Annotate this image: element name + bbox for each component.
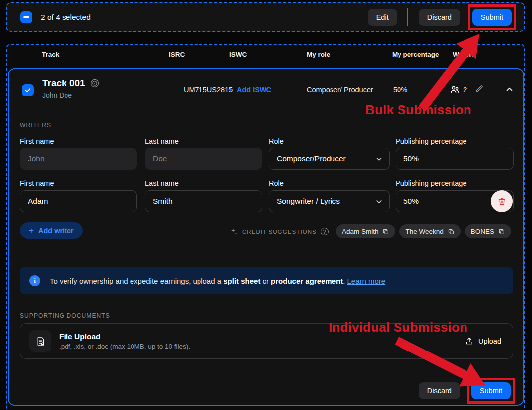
add-writer-label: Add writer [38,227,74,234]
selected-count-text: 2 of 4 selected [41,13,91,22]
document-icon [35,336,46,347]
banner-text-3: . [343,277,347,285]
individual-submit-button[interactable]: Submit [471,382,511,399]
people-icon [450,84,460,95]
bulk-submission-annotation: Bulk Submission [365,102,471,117]
writer2-last-name-input[interactable] [145,190,262,212]
copy-icon [498,228,505,235]
bulk-actions: Edit Discard Submit [368,4,516,30]
credit-suggestions-label: CREDIT SUGGESTIONS [242,229,317,234]
track-checkbox[interactable] [22,84,34,96]
writers-count-badge: 2 [450,84,467,95]
writer1-last-name-input[interactable] [145,148,262,170]
writer1-role-select[interactable]: Composer/Producer [269,148,390,170]
writer2-role-value: Songwriter / Lyrics [277,197,340,206]
role-label: Role [269,179,390,187]
track-card: Track 001 John Doe UM715US2815 + Add ISW… [8,68,524,406]
delete-writer-button[interactable] [491,190,513,212]
info-banner: i To verify ownership and expedite earni… [20,267,513,294]
help-icon[interactable]: ? [321,228,329,235]
section-divider [20,253,513,253]
copy-icon [448,228,455,235]
plus-icon: + [29,226,34,235]
supporting-documents-label: SUPPORTING DOCUMENTS [20,312,110,319]
plus-icon: + [228,85,233,95]
track-my-percentage: 50% [393,86,407,94]
writer1-first-name-input[interactable] [20,148,137,170]
file-upload-subtitle: .pdf, .xls, or .doc (max 10MB, up to 10 … [59,343,190,350]
writer2-role-select[interactable]: Songwriter / Lyrics [269,190,390,212]
learn-more-link[interactable]: Learn more [347,277,386,285]
individual-submit-highlight-box: Submit [467,378,515,404]
writers-section-label: WRITERS [20,122,51,129]
last-name-label: Last name [145,179,262,187]
writer2-first-name-input[interactable] [20,190,137,212]
track-my-role: Composer/ Producer [307,86,373,94]
indeterminate-minus-icon [23,16,29,18]
last-name-label: Last name [145,137,262,145]
edit-button[interactable]: Edit [368,9,397,26]
edit-pencil-icon[interactable] [474,84,484,96]
track-artist: John Doe [42,91,100,99]
track-isrc-value: UM715US2815 [184,86,233,94]
footer-divider [9,374,523,374]
upload-label: Upload [478,337,501,345]
banner-bold-producer-agreement: producer agreement [271,277,343,285]
bulk-submit-button[interactable]: Submit [472,9,512,26]
upload-button[interactable]: Upload [465,337,501,346]
add-iswc-button[interactable]: + Add ISWC [228,85,271,95]
banner-bold-split-sheet: split sheet [223,277,260,285]
credit-suggestions-header: CREDIT SUGGESTIONS ? [230,228,329,235]
trash-icon [497,197,507,206]
info-banner-text: To verify ownership and expedite earning… [50,277,385,285]
percentage-label: Publishing percentage [396,179,514,187]
copy-icon [382,228,389,235]
add-iswc-label: Add ISWC [237,86,271,94]
check-icon [24,87,31,94]
sparkle-icon [230,228,238,235]
writer1-role-value: Composer/Producer [277,154,346,163]
track-title: Track 001 [42,78,85,89]
credit-suggestions-row: CREDIT SUGGESTIONS ? Adam Smith The Week… [230,224,511,238]
file-upload-text-block: File Upload .pdf, .xls, or .doc (max 10M… [59,332,190,350]
bulk-discard-button[interactable]: Discard [419,9,460,26]
file-upload-title: File Upload [59,332,101,341]
info-icon: i [29,275,40,286]
track-title-block: Track 001 John Doe [42,78,100,99]
col-header-my-role: My role [307,51,330,58]
first-name-label: First name [20,179,137,187]
role-label: Role [269,137,390,145]
banner-text-2: or [260,277,271,285]
banner-text-1: To verify ownership and expedite earning… [50,277,223,285]
footer-actions: Discard Submit [419,378,515,404]
bulk-submit-highlight-box: Submit [468,4,516,30]
discard-button[interactable]: Discard [419,382,460,399]
writers-count: 2 [463,85,467,94]
disc-icon [90,78,100,88]
chip-label: BONES [471,228,494,235]
col-header-track: Track [42,51,59,58]
col-header-writers: Writers [453,51,475,58]
individual-submission-annotation: Individual Submission [329,320,467,335]
percentage-label: Publishing percentage [396,137,514,145]
writer1-percentage-input[interactable] [396,148,514,170]
chip-label: Adam Smith [342,228,379,235]
credit-suggestion-chip[interactable]: Adam Smith [336,224,396,238]
chevron-down-icon [375,155,383,163]
credit-suggestion-chip[interactable]: The Weeknd [399,224,460,238]
first-name-label: First name [20,137,137,145]
chip-label: The Weeknd [405,228,443,235]
chevron-down-icon [375,197,383,206]
credit-suggestion-chip[interactable]: BONES [465,224,511,238]
upload-icon [465,337,474,346]
add-writer-button[interactable]: + Add writer [20,222,83,239]
bulk-selection-bar: 2 of 4 selected Edit Discard Submit [6,2,525,32]
collapse-chevron-up-icon[interactable] [505,85,514,96]
col-header-iswc: ISWC [229,51,247,58]
col-header-isrc: ISRC [169,51,185,58]
select-all-checkbox[interactable] [20,11,32,23]
document-icon-square [29,330,51,352]
actions-divider [407,8,408,26]
col-header-my-percentage: My percentage [392,51,439,58]
